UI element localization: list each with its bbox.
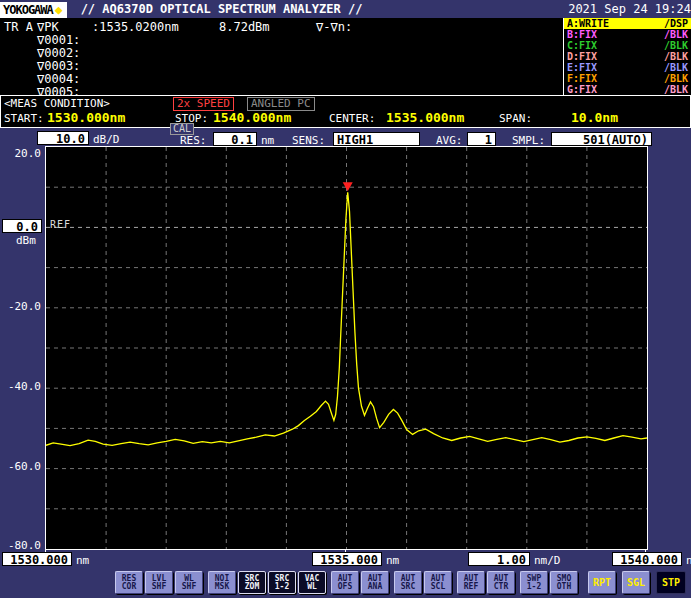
softkey-rpt[interactable]: RPT xyxy=(588,571,616,594)
x-center-field[interactable]: 1535.000 xyxy=(312,552,382,566)
peak-wavelength: :1535.0200nm xyxy=(92,20,179,34)
start-value[interactable]: 1530.000nm xyxy=(47,110,125,125)
trace-name: E:FIX xyxy=(567,62,597,73)
trace-mode: /DSP xyxy=(664,18,688,29)
ref-unit: dBm xyxy=(16,234,36,247)
softkey-label: SRC xyxy=(401,583,415,591)
peak-level: 8.72dBm xyxy=(219,20,270,34)
softkey-res-cor[interactable]: RESCOR xyxy=(115,571,143,594)
x-stop-unit: nm xyxy=(686,554,691,567)
softkey-lvl-shf[interactable]: LVLSHF xyxy=(145,571,173,594)
avg-field[interactable]: 1 xyxy=(467,132,496,146)
x-center-unit: nm xyxy=(386,554,399,567)
trace-status-row-D: D:FIX/BLK xyxy=(564,51,691,62)
peak-label: ∇PK xyxy=(37,20,59,34)
softkey-noi-msk[interactable]: NOIMSK xyxy=(208,571,236,594)
trace-mode: /BLK xyxy=(664,84,688,95)
softkey-label: RPT xyxy=(593,578,611,588)
osa-screen: YOKOGAWA ◆ // AQ6370D OPTICAL SPECTRUM A… xyxy=(0,0,691,598)
logo-diamond-icon: ◆ xyxy=(55,2,63,17)
softkey-label: REF xyxy=(464,583,478,591)
marker-slot: ∇0001: xyxy=(37,33,80,47)
yokogawa-logo: YOKOGAWA ◆ xyxy=(0,2,67,18)
softkey-label: SGL xyxy=(627,578,645,588)
softkey-smo-oth[interactable]: SMOOTH xyxy=(550,571,578,594)
x-start-field[interactable]: 1530.000 xyxy=(2,552,72,566)
level-scale-unit: dB/D xyxy=(93,133,120,146)
marker-slot: ∇0003: xyxy=(37,59,80,73)
softkey-src-1-2[interactable]: SRC1-2 xyxy=(268,571,296,594)
softkey-label: SHF xyxy=(182,583,196,591)
trace-canvas xyxy=(46,147,647,549)
trace-status-row-G: G:FIX/BLK xyxy=(564,84,691,95)
trace-status-row-F: F:FIX/BLK xyxy=(564,73,691,84)
ref-line-label: REF xyxy=(50,219,71,230)
softkey-sgl[interactable]: SGL xyxy=(622,571,650,594)
trace-name: F:FIX xyxy=(567,73,597,84)
softkey-aut-ref[interactable]: AUTREF xyxy=(457,571,485,594)
y-axis-label: -20.0 xyxy=(1,300,41,313)
speed-badge: 2x SPEED xyxy=(173,97,234,111)
logo-text: YOKOGAWA xyxy=(3,3,53,17)
center-value[interactable]: 1535.000nm xyxy=(386,110,464,125)
y-axis-label: -40.0 xyxy=(1,380,41,393)
softkey-bar: RESCORLVLSHFWLSHFNOIMSKSRCZOMSRC1-2VACWL… xyxy=(0,571,691,595)
softkey-label: WL xyxy=(307,583,317,591)
softkey-wl-shf[interactable]: WLSHF xyxy=(175,571,203,594)
trace-name: B:FIX xyxy=(567,29,597,40)
softkey-label: COR xyxy=(122,583,136,591)
softkey-swp-1-2[interactable]: SWP1-2 xyxy=(520,571,548,594)
trace-mode: /BLK xyxy=(664,73,688,84)
trace-mode: /BLK xyxy=(664,40,688,51)
trace-mode: /BLK xyxy=(664,29,688,40)
center-label: CENTER: xyxy=(329,112,375,125)
span-value[interactable]: 10.0nm xyxy=(571,110,618,125)
softkey-stp[interactable]: STP xyxy=(656,571,686,594)
softkey-aut-ana[interactable]: AUTANA xyxy=(361,571,389,594)
title-bar: YOKOGAWA ◆ // AQ6370D OPTICAL SPECTRUM A… xyxy=(0,0,691,18)
res-field[interactable]: 0.1 xyxy=(213,132,257,146)
softkey-label: SHF xyxy=(152,583,166,591)
softkey-label: CTR xyxy=(494,583,508,591)
y-axis-label: -60.0 xyxy=(1,460,41,473)
trace-status-row-E: E:FIX/BLK xyxy=(564,62,691,73)
level-scale-field[interactable]: 10.0 xyxy=(37,131,89,145)
softkey-aut-ofs[interactable]: AUTOFS xyxy=(331,571,359,594)
y-axis-label: -80.0 xyxy=(1,539,41,552)
softkey-label: OTH xyxy=(557,583,571,591)
x-stop-field[interactable]: 1540.000 xyxy=(612,552,682,566)
trace-status-row-C: C:FIX/BLK xyxy=(564,40,691,51)
ref-level-field[interactable]: 0.0 xyxy=(2,219,42,233)
softkey-label: STP xyxy=(662,578,680,588)
softkey-aut-src[interactable]: AUTSRC xyxy=(394,571,422,594)
softkey-vac-wl[interactable]: VACWL xyxy=(298,571,326,594)
softkey-label: ZOM xyxy=(245,583,259,591)
trace-name: C:FIX xyxy=(567,40,597,51)
app-title: // AQ6370D OPTICAL SPECTRUM ANALYZER // xyxy=(81,2,363,16)
softkey-src-zom[interactable]: SRCZOM xyxy=(238,571,266,594)
smpl-field[interactable]: 501(AUTO) xyxy=(551,132,652,146)
stop-value[interactable]: 1540.000nm xyxy=(213,110,291,125)
softkey-label: MSK xyxy=(215,583,229,591)
marker-info-panel: TR A ∇PK :1535.0200nm 8.72dBm ∇-∇n: ∇000… xyxy=(0,18,563,95)
x-scale-unit: nm/D xyxy=(534,554,561,567)
marker-slot: ∇0004: xyxy=(37,72,80,86)
trace-mode: /BLK xyxy=(664,51,688,62)
softkey-aut-ctr[interactable]: AUTCTR xyxy=(487,571,515,594)
softkey-label: OFS xyxy=(338,583,352,591)
spectrum-plot[interactable] xyxy=(45,146,648,550)
softkey-label: ANA xyxy=(368,583,382,591)
softkey-aut-scl[interactable]: AUTSCL xyxy=(424,571,452,594)
x-start-unit: nm xyxy=(76,554,89,567)
trace-label: TR A xyxy=(4,20,33,34)
trace-name: G:FIX xyxy=(567,84,597,95)
softkey-label: 1-2 xyxy=(527,583,541,591)
span-label: SPAN: xyxy=(499,112,532,125)
sens-field[interactable]: HIGH1 xyxy=(333,132,420,146)
trace-name: A:WRITE xyxy=(567,18,609,29)
trace-status-row-B: B:FIX/BLK xyxy=(564,29,691,40)
datetime: 2021 Sep 24 19:24 xyxy=(568,2,691,16)
x-scale-field[interactable]: 1.00 xyxy=(468,552,530,566)
y-axis-label: 20.0 xyxy=(1,147,41,160)
delta-marker-label: ∇-∇n: xyxy=(316,20,352,34)
